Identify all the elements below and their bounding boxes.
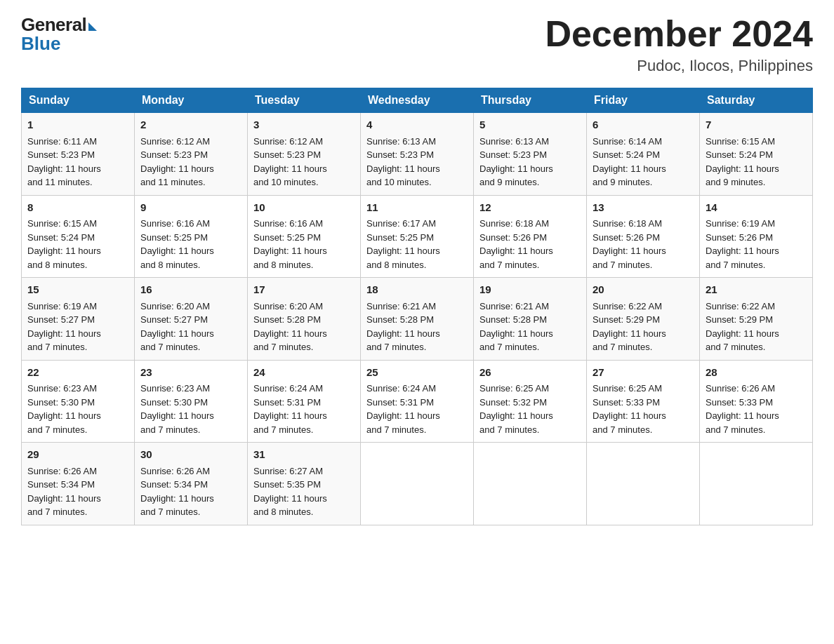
day-info: Sunrise: 6:22 AM Sunset: 5:29 PM Dayligh… <box>593 300 694 354</box>
col-saturday: Saturday <box>700 88 813 113</box>
day-number: 30 <box>140 447 241 463</box>
table-row: 2Sunrise: 6:12 AM Sunset: 5:23 PM Daylig… <box>135 113 248 196</box>
table-row: 9Sunrise: 6:16 AM Sunset: 5:25 PM Daylig… <box>135 195 248 278</box>
logo-blue-text: Blue <box>21 33 60 55</box>
table-row <box>474 443 587 525</box>
day-number: 5 <box>479 117 581 133</box>
logo: General Blue <box>21 14 97 55</box>
day-info: Sunrise: 6:25 AM Sunset: 5:33 PM Dayligh… <box>593 382 694 436</box>
day-number: 17 <box>253 282 355 298</box>
day-number: 14 <box>706 200 807 216</box>
day-number: 26 <box>479 365 581 381</box>
day-info: Sunrise: 6:16 AM Sunset: 5:25 PM Dayligh… <box>253 217 355 271</box>
calendar-table: Sunday Monday Tuesday Wednesday Thursday… <box>21 88 813 525</box>
day-info: Sunrise: 6:25 AM Sunset: 5:32 PM Dayligh… <box>479 382 581 436</box>
table-row: 14Sunrise: 6:19 AM Sunset: 5:26 PM Dayli… <box>700 195 813 278</box>
col-monday: Monday <box>135 88 248 113</box>
table-row: 25Sunrise: 6:24 AM Sunset: 5:31 PM Dayli… <box>361 360 474 443</box>
day-number: 3 <box>253 117 355 133</box>
day-info: Sunrise: 6:22 AM Sunset: 5:29 PM Dayligh… <box>706 300 807 354</box>
table-row: 26Sunrise: 6:25 AM Sunset: 5:32 PM Dayli… <box>474 360 587 443</box>
table-row: 30Sunrise: 6:26 AM Sunset: 5:34 PM Dayli… <box>135 443 248 525</box>
table-row: 5Sunrise: 6:13 AM Sunset: 5:23 PM Daylig… <box>474 113 587 196</box>
table-row: 20Sunrise: 6:22 AM Sunset: 5:29 PM Dayli… <box>587 278 700 361</box>
day-number: 16 <box>140 282 241 298</box>
calendar-location: Pudoc, Ilocos, Philippines <box>545 57 813 75</box>
day-number: 18 <box>366 282 468 298</box>
table-row: 31Sunrise: 6:27 AM Sunset: 5:35 PM Dayli… <box>248 443 361 525</box>
day-info: Sunrise: 6:18 AM Sunset: 5:26 PM Dayligh… <box>593 217 694 271</box>
day-number: 21 <box>706 282 807 298</box>
day-number: 1 <box>27 117 128 133</box>
day-number: 31 <box>253 447 355 463</box>
day-number: 23 <box>140 365 241 381</box>
day-info: Sunrise: 6:13 AM Sunset: 5:23 PM Dayligh… <box>366 135 468 189</box>
day-info: Sunrise: 6:24 AM Sunset: 5:31 PM Dayligh… <box>253 382 355 436</box>
day-info: Sunrise: 6:26 AM Sunset: 5:34 PM Dayligh… <box>140 464 241 519</box>
col-tuesday: Tuesday <box>248 88 361 113</box>
table-row <box>700 443 813 525</box>
day-info: Sunrise: 6:26 AM Sunset: 5:33 PM Dayligh… <box>706 382 807 436</box>
calendar-week-row: 15Sunrise: 6:19 AM Sunset: 5:27 PM Dayli… <box>22 278 813 361</box>
day-number: 11 <box>366 200 468 216</box>
table-row: 23Sunrise: 6:23 AM Sunset: 5:30 PM Dayli… <box>135 360 248 443</box>
day-number: 2 <box>140 117 241 133</box>
table-row: 3Sunrise: 6:12 AM Sunset: 5:23 PM Daylig… <box>248 113 361 196</box>
day-number: 29 <box>27 447 128 463</box>
day-info: Sunrise: 6:23 AM Sunset: 5:30 PM Dayligh… <box>27 382 128 436</box>
table-row: 24Sunrise: 6:24 AM Sunset: 5:31 PM Dayli… <box>248 360 361 443</box>
day-info: Sunrise: 6:20 AM Sunset: 5:27 PM Dayligh… <box>140 300 241 354</box>
day-info: Sunrise: 6:26 AM Sunset: 5:34 PM Dayligh… <box>27 464 128 519</box>
day-info: Sunrise: 6:15 AM Sunset: 5:24 PM Dayligh… <box>706 135 807 189</box>
day-info: Sunrise: 6:21 AM Sunset: 5:28 PM Dayligh… <box>366 300 468 354</box>
calendar-week-row: 22Sunrise: 6:23 AM Sunset: 5:30 PM Dayli… <box>22 360 813 443</box>
table-row: 10Sunrise: 6:16 AM Sunset: 5:25 PM Dayli… <box>248 195 361 278</box>
table-row: 16Sunrise: 6:20 AM Sunset: 5:27 PM Dayli… <box>135 278 248 361</box>
day-info: Sunrise: 6:20 AM Sunset: 5:28 PM Dayligh… <box>253 300 355 354</box>
day-number: 8 <box>27 200 128 216</box>
day-info: Sunrise: 6:19 AM Sunset: 5:26 PM Dayligh… <box>706 217 807 271</box>
day-number: 19 <box>479 282 581 298</box>
table-row: 27Sunrise: 6:25 AM Sunset: 5:33 PM Dayli… <box>587 360 700 443</box>
logo-triangle-icon <box>88 22 97 31</box>
table-row: 1Sunrise: 6:11 AM Sunset: 5:23 PM Daylig… <box>22 113 135 196</box>
day-info: Sunrise: 6:18 AM Sunset: 5:26 PM Dayligh… <box>479 217 581 271</box>
day-info: Sunrise: 6:15 AM Sunset: 5:24 PM Dayligh… <box>27 217 128 271</box>
day-info: Sunrise: 6:27 AM Sunset: 5:35 PM Dayligh… <box>253 464 355 519</box>
day-number: 13 <box>593 200 694 216</box>
calendar-title: December 2024 <box>545 14 813 54</box>
day-number: 4 <box>366 117 468 133</box>
table-row: 11Sunrise: 6:17 AM Sunset: 5:25 PM Dayli… <box>361 195 474 278</box>
day-info: Sunrise: 6:11 AM Sunset: 5:23 PM Dayligh… <box>27 135 128 189</box>
day-info: Sunrise: 6:16 AM Sunset: 5:25 PM Dayligh… <box>140 217 241 271</box>
day-number: 10 <box>253 200 355 216</box>
table-row: 22Sunrise: 6:23 AM Sunset: 5:30 PM Dayli… <box>22 360 135 443</box>
day-number: 20 <box>593 282 694 298</box>
day-info: Sunrise: 6:14 AM Sunset: 5:24 PM Dayligh… <box>593 135 694 189</box>
table-row: 29Sunrise: 6:26 AM Sunset: 5:34 PM Dayli… <box>22 443 135 525</box>
day-info: Sunrise: 6:24 AM Sunset: 5:31 PM Dayligh… <box>366 382 468 436</box>
col-wednesday: Wednesday <box>361 88 474 113</box>
day-number: 12 <box>479 200 581 216</box>
table-row: 6Sunrise: 6:14 AM Sunset: 5:24 PM Daylig… <box>587 113 700 196</box>
day-info: Sunrise: 6:12 AM Sunset: 5:23 PM Dayligh… <box>253 135 355 189</box>
calendar-week-row: 29Sunrise: 6:26 AM Sunset: 5:34 PM Dayli… <box>22 443 813 525</box>
day-info: Sunrise: 6:12 AM Sunset: 5:23 PM Dayligh… <box>140 135 241 189</box>
day-number: 28 <box>706 365 807 381</box>
table-row: 28Sunrise: 6:26 AM Sunset: 5:33 PM Dayli… <box>700 360 813 443</box>
table-row: 17Sunrise: 6:20 AM Sunset: 5:28 PM Dayli… <box>248 278 361 361</box>
title-block: December 2024 Pudoc, Ilocos, Philippines <box>545 14 813 75</box>
calendar-week-row: 1Sunrise: 6:11 AM Sunset: 5:23 PM Daylig… <box>22 113 813 196</box>
table-row: 15Sunrise: 6:19 AM Sunset: 5:27 PM Dayli… <box>22 278 135 361</box>
table-row: 7Sunrise: 6:15 AM Sunset: 5:24 PM Daylig… <box>700 113 813 196</box>
table-row: 19Sunrise: 6:21 AM Sunset: 5:28 PM Dayli… <box>474 278 587 361</box>
day-info: Sunrise: 6:13 AM Sunset: 5:23 PM Dayligh… <box>479 135 581 189</box>
day-info: Sunrise: 6:21 AM Sunset: 5:28 PM Dayligh… <box>479 300 581 354</box>
day-info: Sunrise: 6:17 AM Sunset: 5:25 PM Dayligh… <box>366 217 468 271</box>
col-thursday: Thursday <box>474 88 587 113</box>
calendar-week-row: 8Sunrise: 6:15 AM Sunset: 5:24 PM Daylig… <box>22 195 813 278</box>
calendar-header-row: Sunday Monday Tuesday Wednesday Thursday… <box>22 88 813 113</box>
table-row: 12Sunrise: 6:18 AM Sunset: 5:26 PM Dayli… <box>474 195 587 278</box>
table-row: 18Sunrise: 6:21 AM Sunset: 5:28 PM Dayli… <box>361 278 474 361</box>
day-number: 24 <box>253 365 355 381</box>
